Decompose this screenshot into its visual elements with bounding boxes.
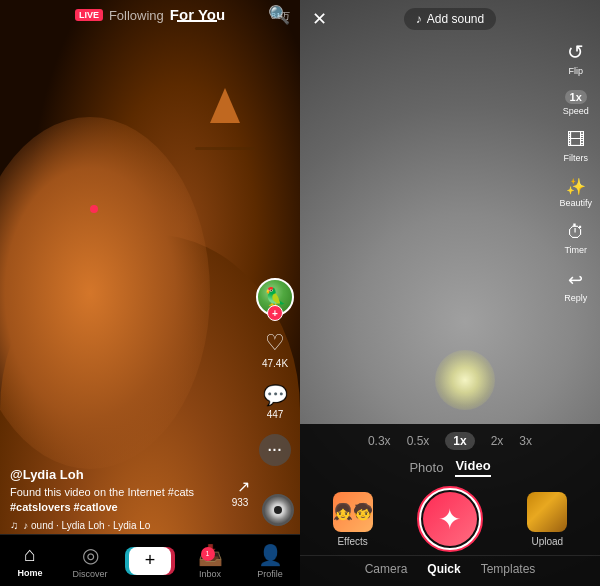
close-button[interactable]: ✕ — [312, 8, 327, 30]
live-badge: LIVE — [75, 9, 103, 21]
create-button-inner: + — [129, 547, 171, 575]
right-panel: ✕ ♪ Add sound ↺ Flip 1x Speed 🎞 Filters … — [300, 0, 600, 586]
comment-button[interactable]: 💬 447 — [263, 383, 288, 420]
camera-tabs: Camera Quick Templates — [300, 555, 600, 580]
action-buttons: 🦜 + ♡ 47.4K 💬 447 ··· — [256, 278, 294, 466]
nav-discover[interactable]: ◎ Discover — [60, 543, 120, 579]
create-plus-icon: + — [145, 550, 156, 571]
add-sound-button[interactable]: ♪ Add sound — [404, 8, 496, 30]
timer-button[interactable]: ⏱ Timer — [564, 222, 587, 255]
sound-bar[interactable]: ♫ ♪ ound · Lydia Loh · Lydia Lo — [10, 519, 240, 531]
capture-row: 👧🧒 Effects ✦ Upload — [300, 487, 600, 551]
bottom-navigation: ⌂ Home ◎ Discover + 📥 1 Inbox 👤 — [0, 534, 300, 586]
camera-controls: 0.3x 0.5x 1x 2x 3x Photo Video 👧🧒 Effect… — [300, 424, 600, 586]
filters-label: Filters — [563, 153, 588, 163]
effects-label: Effects — [337, 536, 367, 547]
templates-tab[interactable]: Templates — [481, 562, 536, 576]
profile-icon: 👤 — [258, 543, 283, 567]
upload-label: Upload — [531, 536, 563, 547]
reply-button[interactable]: ↩ Reply — [564, 269, 587, 303]
speed-button[interactable]: 1x Speed — [563, 90, 589, 116]
effects-icon: 👧🧒 — [333, 492, 373, 532]
home-icon: ⌂ — [24, 543, 36, 566]
nav-profile[interactable]: 👤 Profile — [240, 543, 300, 579]
speed-value: 1x — [565, 90, 587, 104]
nav-create[interactable]: + — [120, 547, 180, 575]
quick-tab[interactable]: Quick — [427, 562, 460, 576]
like-count: 47.4K — [262, 358, 288, 369]
speed-2x[interactable]: 2x — [491, 434, 504, 448]
camera-tab[interactable]: Camera — [365, 562, 408, 576]
reply-label: Reply — [564, 293, 587, 303]
inbox-icon: 📥 1 — [198, 543, 223, 567]
speed-3x[interactable]: 3x — [519, 434, 532, 448]
comment-count: 447 — [267, 409, 284, 420]
add-sound-label: Add sound — [427, 12, 484, 26]
timer-label: Timer — [564, 245, 587, 255]
filters-button[interactable]: 🎞 Filters — [563, 130, 588, 163]
timer-icon: ⏱ — [567, 222, 585, 243]
discover-icon: ◎ — [82, 543, 99, 567]
follow-button[interactable]: + — [267, 305, 283, 321]
flip-label: Flip — [568, 66, 583, 76]
search-icon[interactable]: 🔍 — [268, 4, 290, 26]
username[interactable]: @Lydia Loh — [10, 467, 240, 482]
following-tab[interactable]: Following — [109, 8, 164, 23]
camera-lens-glow — [435, 350, 495, 410]
flip-button[interactable]: ↺ Flip — [567, 40, 584, 76]
like-button[interactable]: ♡ 47.4K — [262, 330, 288, 369]
upload-button[interactable]: Upload — [527, 492, 567, 547]
video-mode[interactable]: Video — [455, 458, 490, 477]
effects-button[interactable]: 👧🧒 Effects — [333, 492, 373, 547]
speed-0.5x[interactable]: 0.5x — [407, 434, 430, 448]
sparkle-icon: ✦ — [438, 503, 461, 536]
heart-icon: ♡ — [265, 330, 285, 356]
upload-inner — [527, 492, 567, 532]
photo-mode[interactable]: Photo — [409, 460, 443, 475]
top-nav: LIVE Following For You 🔍 — [0, 0, 300, 30]
beautify-icon: ✨ — [566, 177, 586, 196]
capture-button[interactable]: ✦ — [418, 487, 482, 551]
reply-icon: ↩ — [568, 269, 583, 291]
creator-avatar[interactable]: 🦜 + — [256, 278, 294, 316]
video-feed: 81万 🦜 + ♡ 47.4K 💬 447 ··· ↗ 933 — [0, 0, 300, 586]
cat-stripe — [195, 147, 255, 150]
speed-0.3x[interactable]: 0.3x — [368, 434, 391, 448]
speed-selector: 0.3x 0.5x 1x 2x 3x — [300, 432, 600, 450]
tab-underline — [177, 20, 217, 22]
comment-icon: 💬 — [263, 383, 288, 407]
speed-1x[interactable]: 1x — [445, 432, 474, 450]
sound-text: ♪ ound · Lydia Loh · Lydia Lo — [23, 520, 150, 531]
music-icon: ♪ — [416, 12, 422, 26]
vinyl-record[interactable] — [262, 494, 294, 526]
camera-toolbar: ↺ Flip 1x Speed 🎞 Filters ✨ Beautify ⏱ T… — [559, 40, 592, 303]
filters-icon: 🎞 — [567, 130, 585, 151]
more-options-button[interactable]: ··· — [259, 434, 291, 466]
capture-button-inner: ✦ — [423, 492, 477, 546]
inbox-badge: 1 — [201, 547, 215, 561]
nav-home[interactable]: ⌂ Home — [0, 543, 60, 578]
mode-selector: Photo Video — [300, 458, 600, 477]
left-panel: LIVE Following For You 🔍 81万 🦜 + ♡ 47. — [0, 0, 300, 586]
video-description: Found this video on the Internet #cats #… — [10, 485, 240, 514]
speed-label: Speed — [563, 106, 589, 116]
create-btn-center: + — [129, 547, 171, 575]
video-info: @Lydia Loh Found this video on the Inter… — [0, 467, 250, 531]
hashtags[interactable]: #catslovers #catlove — [10, 501, 118, 513]
upload-thumbnail — [527, 492, 567, 532]
camera-top-bar: ✕ ♪ Add sound — [300, 0, 600, 38]
nav-inbox[interactable]: 📥 1 Inbox — [180, 543, 240, 579]
beautify-button[interactable]: ✨ Beautify — [559, 177, 592, 208]
flip-icon: ↺ — [567, 40, 584, 64]
vinyl-center — [274, 506, 282, 514]
music-note-icon: ♫ — [10, 519, 18, 531]
beautify-label: Beautify — [559, 198, 592, 208]
